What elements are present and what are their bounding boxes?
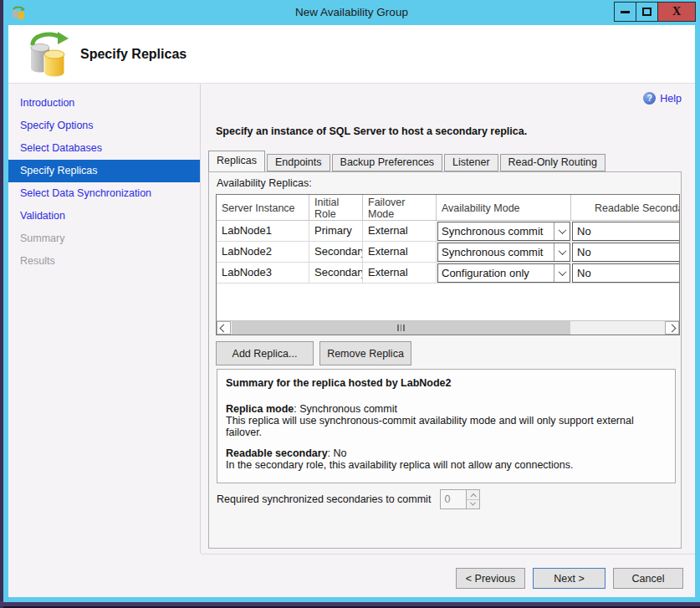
- tab-strip: Replicas Endpoints Backup Preferences Li…: [208, 151, 607, 171]
- cell-server-instance[interactable]: LabNode2: [217, 242, 309, 262]
- page-instruction: Specify an instance of SQL Server to hos…: [216, 125, 527, 137]
- sidebar-item-results: Results: [8, 250, 200, 273]
- grid-empty-area: [217, 284, 679, 320]
- tab-replicas[interactable]: Replicas: [208, 151, 265, 171]
- wizard-content-pane: ? Help Specify an instance of SQL Server…: [202, 84, 695, 554]
- column-header-availability-mode[interactable]: Availability Mode: [437, 195, 571, 220]
- cancel-button[interactable]: Cancel: [613, 568, 683, 589]
- table-row: LabNode1 Primary External Synchronous co…: [217, 221, 679, 242]
- chevron-down-icon[interactable]: [554, 222, 570, 240]
- cell-initial-role[interactable]: Secondary: [309, 263, 363, 283]
- cell-availability-mode: Configuration only: [437, 263, 571, 283]
- chevron-down-icon[interactable]: [554, 264, 570, 282]
- availability-mode-value: Synchronous commit: [438, 243, 554, 261]
- horizontal-scrollbar[interactable]: [217, 320, 679, 335]
- cell-availability-mode: Synchronous commit: [437, 221, 571, 241]
- tab-backup-preferences[interactable]: Backup Preferences: [332, 154, 443, 171]
- close-button[interactable]: X: [657, 2, 696, 22]
- scrollbar-track[interactable]: [231, 321, 665, 335]
- stepper-buttons: [466, 490, 479, 508]
- column-header-readable-secondary[interactable]: Readable Secondary: [571, 195, 680, 220]
- scroll-left-button[interactable]: [217, 321, 231, 335]
- sidebar-item-select-databases[interactable]: Select Databases: [8, 137, 200, 160]
- availability-mode-dropdown[interactable]: Synchronous commit: [437, 243, 570, 262]
- required-secondaries-label: Required synchronized secondaries to com…: [217, 493, 431, 505]
- grid-header-row: Server Instance Initial Role Failover Mo…: [217, 195, 679, 221]
- availability-mode-dropdown[interactable]: Synchronous commit: [437, 222, 570, 241]
- stepper-up-button[interactable]: [467, 490, 479, 500]
- tab-endpoints[interactable]: Endpoints: [267, 154, 330, 171]
- replica-mode-label: Replica mode: [226, 403, 294, 415]
- cell-availability-mode: Synchronous commit: [437, 242, 571, 262]
- help-label: Help: [660, 93, 682, 105]
- cell-readable-secondary: No: [571, 263, 680, 283]
- cell-server-instance[interactable]: LabNode1: [217, 221, 309, 241]
- readable-secondary-label: Readable secondary: [226, 447, 328, 459]
- availability-mode-value: Configuration only: [438, 264, 554, 282]
- sidebar-item-select-data-synchronization[interactable]: Select Data Synchronization: [8, 182, 200, 205]
- readable-secondary-dropdown[interactable]: No: [572, 222, 680, 241]
- tab-read-only-routing[interactable]: Read-Only Routing: [500, 154, 605, 171]
- wizard-step-list: Introduction Specify Options Select Data…: [8, 84, 200, 273]
- scrollbar-thumb[interactable]: [232, 321, 570, 335]
- help-link[interactable]: ? Help: [643, 92, 682, 105]
- maximize-button[interactable]: [636, 2, 658, 22]
- replicas-tab-page: Availability Replicas: Server Instance I…: [208, 171, 682, 549]
- column-header-initial-role[interactable]: Initial Role: [309, 195, 363, 220]
- minimize-icon: [621, 11, 630, 13]
- availability-mode-dropdown[interactable]: Configuration only: [437, 263, 570, 283]
- add-replica-button[interactable]: Add Replica...: [216, 341, 314, 365]
- chevron-left-icon: [220, 324, 228, 332]
- sidebar-item-validation[interactable]: Validation: [8, 205, 200, 227]
- cell-failover-mode[interactable]: External: [363, 263, 437, 283]
- title-bar: New Availability Group X: [3, 0, 700, 25]
- column-header-failover-mode[interactable]: Failover Mode: [363, 195, 437, 220]
- window-title: New Availability Group: [3, 0, 700, 25]
- chevron-down-icon: [470, 500, 476, 506]
- table-row: LabNode2 Secondary External Synchronous …: [217, 242, 679, 263]
- window-controls: X: [615, 2, 696, 22]
- readable-secondary-dropdown[interactable]: No: [572, 263, 680, 283]
- chevron-down-icon[interactable]: [554, 243, 570, 261]
- replica-mode-value: : Synchronous commit: [294, 403, 397, 415]
- cell-initial-role[interactable]: Secondary: [309, 242, 363, 262]
- new-availability-group-window: New Availability Group X: [3, 0, 700, 602]
- cell-server-instance[interactable]: LabNode3: [217, 263, 309, 283]
- readable-secondary-value: : No: [328, 447, 347, 459]
- next-button[interactable]: Next >: [533, 568, 605, 589]
- tab-listener[interactable]: Listener: [444, 154, 498, 171]
- close-icon: X: [672, 6, 681, 18]
- cell-readable-secondary: No: [571, 242, 680, 262]
- chevron-right-icon: [668, 324, 677, 332]
- minimize-button[interactable]: [614, 2, 636, 22]
- wizard-header: Specify Replicas: [8, 25, 695, 84]
- sidebar-item-specify-options[interactable]: Specify Options: [8, 115, 200, 137]
- chevron-up-icon: [471, 493, 477, 499]
- cell-initial-role[interactable]: Primary: [309, 221, 363, 241]
- previous-button[interactable]: < Previous: [456, 568, 525, 589]
- required-secondaries-stepper[interactable]: 0: [440, 489, 480, 509]
- wizard-steps-sidebar: Introduction Specify Options Select Data…: [8, 84, 201, 554]
- column-header-server-instance[interactable]: Server Instance: [217, 195, 309, 220]
- scrollbar-grip: [397, 324, 405, 331]
- availability-replicas-grid: Server Instance Initial Role Failover Mo…: [216, 194, 680, 335]
- remove-replica-button[interactable]: Remove Replica: [319, 341, 411, 365]
- stepper-down-button[interactable]: [467, 500, 479, 509]
- cell-failover-mode[interactable]: External: [363, 242, 437, 262]
- replica-summary-box: Summary for the replica hosted by LabNod…: [217, 369, 676, 483]
- sidebar-item-introduction[interactable]: Introduction: [8, 92, 200, 115]
- replica-buttons: Add Replica... Remove Replica: [216, 341, 411, 365]
- cell-failover-mode[interactable]: External: [363, 221, 437, 241]
- readable-secondary-dropdown[interactable]: No: [572, 243, 680, 262]
- summary-title: Summary for the replica hosted by LabNod…: [226, 377, 667, 389]
- maximize-icon: [642, 8, 651, 16]
- readable-secondary-line: Readable secondary: No: [226, 447, 667, 459]
- replica-mode-description: This replica will use synchronous-commit…: [226, 415, 667, 438]
- scroll-right-button[interactable]: [665, 321, 679, 335]
- help-question-icon: ?: [643, 92, 656, 105]
- sidebar-item-specify-replicas[interactable]: Specify Replicas: [8, 160, 200, 182]
- availability-mode-value: Synchronous commit: [438, 222, 554, 240]
- navigation-buttons: < Previous Next > Cancel: [456, 568, 683, 589]
- page-title: Specify Replicas: [80, 47, 186, 62]
- availability-replicas-label: Availability Replicas:: [217, 177, 312, 189]
